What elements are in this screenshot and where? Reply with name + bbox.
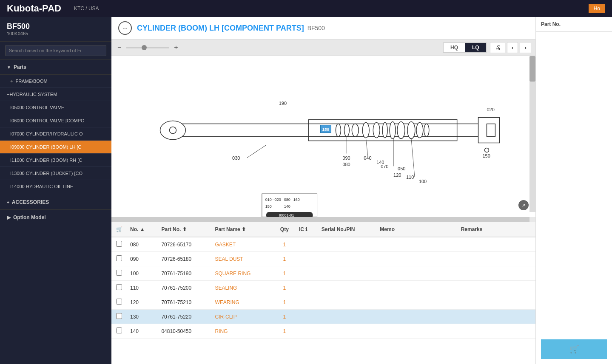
svg-point-23 [362, 123, 369, 138]
sidebar-item-frame-boom[interactable]: + FRAME/BOOM [0, 75, 111, 88]
row-qty: 1 [273, 295, 296, 310]
svg-text:080: 080 [342, 162, 350, 167]
sidebar-item-i06000[interactable]: I06000 CONTROL VALVE [COMPO [0, 114, 111, 127]
row-checkbox-cell [111, 310, 127, 324]
zoom-in-button[interactable]: + [172, 44, 179, 51]
next-button[interactable]: › [520, 42, 531, 53]
row-remarks [408, 295, 535, 310]
row-checkbox[interactable] [116, 241, 122, 247]
diagram-scroll-thumb[interactable] [529, 56, 535, 82]
row-serial-no [318, 237, 377, 252]
svg-point-26 [390, 122, 396, 139]
svg-point-4 [169, 127, 176, 134]
accessories-arrow-icon: + [7, 200, 9, 205]
row-memo [376, 295, 408, 310]
sidebar-item-label: I14000 HYDRAULIC OIL LINE [10, 184, 73, 189]
sidebar-item-i09000[interactable]: I09000 CYLINDER (BOOM) LH [C [0, 141, 111, 154]
svg-text:140: 140 [284, 204, 290, 209]
parts-table-body: 080 70726-65170 GASKET 1 090 [111, 237, 535, 339]
row-checkbox[interactable] [116, 284, 122, 290]
option-model-section[interactable]: ▶ Option Model [0, 210, 111, 225]
svg-point-28 [407, 122, 415, 139]
page-title: CYLINDER (BOOM) LH [COMPONENT PARTS] [137, 24, 304, 33]
col-no[interactable]: No. ▲ [127, 222, 158, 237]
add-to-cart-button[interactable]: 🛒 [541, 339, 607, 359]
zoom-slider[interactable] [126, 47, 169, 48]
expand-icon[interactable]: ↗ [518, 200, 529, 210]
row-ic [296, 295, 318, 310]
parts-section-header[interactable]: ▼ Parts [0, 60, 111, 75]
accessories-section-header[interactable]: + ACCESSORIES [0, 195, 111, 210]
svg-text:190: 190 [279, 101, 287, 106]
sidebar-search-area [0, 42, 111, 60]
diagram-horizontal-scrollbar[interactable] [111, 217, 529, 222]
svg-point-29 [416, 123, 423, 138]
svg-point-27 [397, 122, 405, 139]
lq-button[interactable]: LQ [465, 42, 487, 53]
row-checkbox-cell [111, 324, 127, 339]
row-no: 090 [127, 252, 158, 266]
col-qty: Qty [273, 222, 296, 237]
sidebar-item-i11000[interactable]: I11000 CYLINDER (BOOM) RH [C [0, 154, 111, 167]
row-checkbox[interactable] [116, 313, 122, 319]
svg-text:150: 150 [265, 204, 272, 209]
accessories-section-label: ACCESSORIES [12, 199, 49, 205]
diagram-toolbar: − + HQ LQ 🖨 ‹ › [111, 40, 535, 56]
sidebar-item-i13000[interactable]: I13000 CYLINDER (BUCKET) [CO [0, 167, 111, 180]
col-part-name[interactable]: Part Name ⬆ [211, 222, 273, 237]
svg-text:070: 070 [381, 164, 388, 169]
sidebar-item-i07000[interactable]: I07000 CYLINDER/HYDRAULIC O [0, 127, 111, 141]
sidebar-item-label: I11000 CYLINDER (BOOM) RH [C [10, 158, 82, 163]
row-checkbox[interactable] [116, 327, 122, 333]
row-memo [376, 281, 408, 295]
sidebar-item-hydraulic-system[interactable]: − HYDRAULIC SYSTEM [0, 88, 111, 101]
row-qty: 1 [273, 324, 296, 339]
row-qty: 1 [273, 266, 296, 281]
row-remarks [408, 237, 535, 252]
sidebar-item-i05000[interactable]: I05000 CONTROL VALVE [0, 101, 111, 114]
cart-icon: 🛒 [569, 344, 579, 354]
row-part-name: SQUARE RING [211, 266, 273, 281]
right-panel-body [536, 32, 612, 334]
row-remarks [408, 310, 535, 324]
svg-text:040: 040 [364, 155, 371, 161]
svg-text:050: 050 [398, 166, 405, 171]
row-checkbox-cell [111, 266, 127, 281]
row-serial-no [318, 266, 377, 281]
hq-button[interactable]: HQ [443, 42, 465, 53]
app-logo: Kubota-PAD [7, 3, 61, 14]
right-panel: Part No. 🛒 [535, 17, 612, 364]
row-qty: 1 [273, 281, 296, 295]
row-qty: 1 [273, 310, 296, 324]
print-button[interactable]: 🖨 [490, 42, 505, 53]
sidebar: BF500 100K0465 ▼ Parts + FRAME/BOOM − HY… [0, 17, 111, 364]
prev-button[interactable]: ‹ [507, 42, 518, 53]
sidebar-model-info: BF500 100K0465 [0, 17, 111, 42]
table-row: 090 70726-65180 SEAL DUST 1 [111, 252, 535, 266]
row-remarks [408, 266, 535, 281]
row-part-name: CIR-CLIP [211, 310, 273, 324]
cart-icon: 🛒 [116, 226, 122, 232]
col-remarks: Remarks [408, 222, 535, 237]
row-part-name: WEARING [211, 295, 273, 310]
row-checkbox[interactable] [116, 255, 122, 261]
breadcrumb: KTC / USA [74, 6, 99, 11]
col-part-no[interactable]: Part No. ⬆ [158, 222, 211, 237]
zoom-out-button[interactable]: − [116, 44, 123, 51]
row-checkbox[interactable] [116, 299, 122, 305]
sidebar-item-label: I13000 CYLINDER (BUCKET) [CO [10, 171, 83, 176]
svg-point-24 [373, 123, 380, 138]
svg-rect-7 [487, 124, 495, 137]
cart-button-area: 🛒 [536, 334, 612, 364]
home-button[interactable]: Ho [589, 4, 605, 13]
row-checkbox-cell [111, 237, 127, 252]
row-remarks [408, 252, 535, 266]
search-input[interactable] [5, 45, 106, 56]
diagram-vertical-scrollbar[interactable] [529, 56, 535, 212]
sidebar-item-i14000[interactable]: I14000 HYDRAULIC OIL LINE [0, 180, 111, 193]
row-checkbox[interactable] [116, 270, 122, 276]
back-button[interactable]: ↔ [118, 21, 132, 35]
row-part-name: GASKET [211, 237, 273, 252]
svg-text:120: 120 [393, 172, 401, 178]
svg-point-22 [352, 124, 359, 137]
